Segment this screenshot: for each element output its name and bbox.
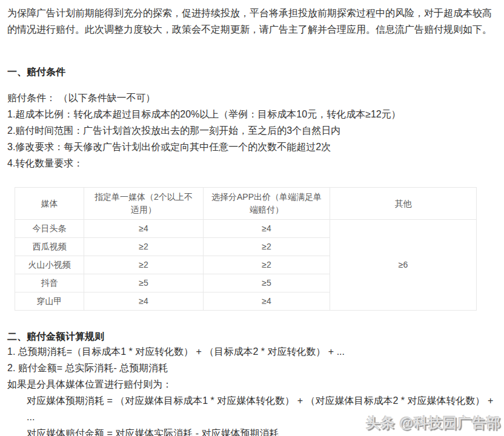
article-body: 为保障广告计划前期能得到充分的探索，促进持续投放，平台将承担投放前期探索过程中的… xyxy=(0,0,504,436)
cell-other-merged: ≥6 xyxy=(330,220,477,311)
cell-app: ≥4 xyxy=(204,220,330,238)
cell-media: 抖音 xyxy=(15,274,84,292)
table-header-row: 媒体 指定单一媒体（2个以上不适用） 选择分APP出价（单端满足单端赔付） 其他 xyxy=(15,188,477,220)
header-single-media: 指定单一媒体（2个以上不适用） xyxy=(84,188,204,220)
cell-single: ≥4 xyxy=(84,292,204,311)
cell-app: ≥2 xyxy=(204,238,330,256)
conversion-requirements-table: 媒体 指定单一媒体（2个以上不适用） 选择分APP出价（单端满足单端赔付） 其他… xyxy=(15,187,477,311)
cell-single: ≥4 xyxy=(84,220,204,238)
intro-line-2: 的情况进行赔付。此次调整力度较大，政策会不定期更新，请广告主了解并合理应用。信息… xyxy=(7,21,497,38)
calc-line-2: 2. 赔付金额= 总实际消耗- 总预期消耗 xyxy=(7,360,497,376)
table-row: 今日头条 ≥4 ≥4 ≥6 xyxy=(15,220,477,238)
calc-line-3: 如果是分具体媒体位置进行赔付则为： xyxy=(7,376,497,392)
condition-item-3: 3.修改要求：每天修改广告计划出价或定向其中任意一个的次数不能超过2次 xyxy=(7,139,497,155)
calc-line-1: 1. 总预期消耗=（目标成本1 * 对应转化数） + （目标成本2 * 对应转化… xyxy=(7,343,497,360)
header-other: 其他 xyxy=(330,188,477,220)
header-app-bid: 选择分APP出价（单端满足单端赔付） xyxy=(204,188,330,220)
cell-media: 西瓜视频 xyxy=(15,238,84,256)
cell-app: ≥5 xyxy=(204,274,330,292)
calc-line-4: 对应媒体预期消耗 = （对应媒体目标成本1 * 对应媒体转化数） + （对应媒体… xyxy=(7,392,497,409)
condition-item-1: 1.超成本比例：转化成本超过目标成本的20%以上（举例：目标成本10元，转化成本… xyxy=(7,106,497,122)
cell-single: ≥5 xyxy=(84,274,204,292)
header-media: 媒体 xyxy=(15,188,84,220)
cell-media: 今日头条 xyxy=(15,220,84,238)
cell-app: ≥2 xyxy=(204,256,330,274)
section1-title: 一、赔付条件 xyxy=(7,65,497,79)
section2-title: 二、赔付金额计算规则 xyxy=(7,330,497,343)
calc-line-5: 对应媒体赔付金额 = 对应媒体实际消耗 - 对应媒体预期消耗 xyxy=(7,425,497,436)
condition-item-4: 4.转化数量要求： xyxy=(7,155,497,171)
intro-line-1: 为保障广告计划前期能得到充分的探索，促进持续投放，平台将承担投放前期探索过程中的… xyxy=(7,5,497,21)
cell-app: ≥4 xyxy=(204,292,330,311)
cell-media: 火山小视频 xyxy=(15,256,84,274)
cell-single: ≥2 xyxy=(84,238,204,256)
calc-line-ellipsis: ... xyxy=(7,409,497,425)
condition-intro: 赔付条件： （以下条件缺一不可） xyxy=(7,90,497,106)
cell-single: ≥2 xyxy=(84,256,204,274)
intro-paragraph: 为保障广告计划前期能得到充分的探索，促进持续投放，平台将承担投放前期探索过程中的… xyxy=(7,5,497,38)
condition-item-2: 2.赔付时间范围：广告计划首次投放出去的那一刻开始，至之后的3个自然日内 xyxy=(7,122,497,139)
cell-media: 穿山甲 xyxy=(15,292,84,311)
